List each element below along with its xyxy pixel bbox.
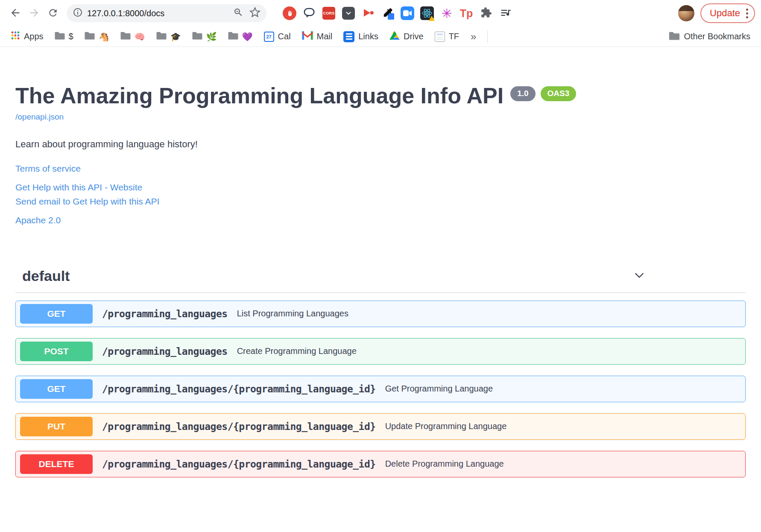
tp-letters: Tp	[460, 7, 473, 20]
bookmark-links[interactable]: Links	[340, 29, 382, 44]
folder-icon	[55, 31, 65, 42]
bookmarks-overflow-chevron[interactable]: »	[466, 31, 480, 43]
terms-block: Terms of service	[15, 164, 746, 174]
folder-icon	[669, 31, 680, 42]
update-button[interactable]: Update	[700, 3, 755, 23]
endpoint-row-get-list[interactable]: GET /programming_languages List Programm…	[15, 301, 746, 327]
adblock-extension-icon[interactable]	[281, 5, 298, 22]
bookmark-label: Apps	[24, 32, 44, 41]
bookmarks-bar: Apps $ 🐴 🧠 🎓 🌿 💜	[0, 26, 761, 47]
extensions-row: CORS	[281, 5, 675, 22]
tag-section-header[interactable]: default	[15, 266, 746, 293]
speech-bubble-icon	[303, 6, 316, 20]
flower-extension-icon[interactable]: ✳	[438, 5, 455, 22]
endpoint-summary: List Programming Languages	[237, 309, 348, 319]
media-queue-icon[interactable]	[497, 5, 514, 22]
eyedropper-extension-icon[interactable]	[379, 5, 396, 22]
red-arrow-icon	[362, 6, 375, 20]
endpoint-row-delete[interactable]: DELETE /programming_languages/{programmi…	[15, 451, 746, 477]
chevron-down-icon	[633, 277, 646, 283]
method-badge: PUT	[20, 417, 93, 436]
redirect-extension-icon[interactable]	[360, 5, 377, 22]
menu-kebab-icon[interactable]	[744, 7, 750, 20]
endpoint-row-post-create[interactable]: POST /programming_languages Create Progr…	[15, 338, 746, 365]
back-button[interactable]	[6, 4, 25, 23]
playlist-icon	[500, 7, 512, 20]
page-title: The Amazing Programming Language Info AP…	[15, 84, 503, 108]
forward-button[interactable]	[25, 4, 44, 23]
folder-icon	[85, 31, 95, 42]
bookmark-other-bookmarks[interactable]: Other Bookmarks	[665, 29, 754, 44]
folder-icon	[192, 31, 202, 42]
url-text[interactable]: 127.0.0.1:8000/docs	[87, 9, 233, 18]
api-description: Learn about programming language history…	[15, 139, 746, 150]
zoom-meeting-extension-icon[interactable]	[399, 5, 416, 22]
zoom-icon[interactable]	[233, 7, 243, 19]
method-badge: DELETE	[20, 454, 93, 474]
cors-extension-icon[interactable]: CORS	[320, 5, 337, 22]
flower-icon: ✳	[441, 6, 452, 21]
bookmark-folder-horse[interactable]: 🐴	[81, 29, 113, 44]
bookmark-drive[interactable]: Drive	[386, 29, 427, 44]
bookmark-folder-heart[interactable]: 💜	[224, 29, 257, 44]
reload-icon	[47, 7, 59, 20]
atom-icon	[420, 6, 434, 20]
bookmark-label: $	[69, 32, 73, 41]
back-arrow-icon	[9, 7, 21, 20]
react-devtools-extension-icon[interactable]	[419, 5, 436, 22]
bookmark-folder-grad[interactable]: 🎓	[152, 29, 185, 44]
drive-icon	[389, 31, 400, 42]
endpoint-path: /programming_languages/{programming_lang…	[102, 459, 376, 470]
video-camera-icon	[401, 6, 414, 20]
profile-avatar[interactable]	[678, 5, 694, 21]
bookmark-apps[interactable]: Apps	[7, 29, 47, 44]
endpoint-path: /programming_languages	[102, 346, 228, 357]
update-label: Update	[710, 8, 740, 19]
endpoint-path: /programming_languages	[102, 308, 228, 319]
reload-button[interactable]	[44, 4, 62, 23]
calendar-icon: 27	[264, 32, 274, 42]
version-badge: 1.0	[510, 86, 535, 101]
folder-icon	[120, 31, 131, 42]
browser-toolbar: 127.0.0.1:8000/docs CORS	[0, 0, 761, 26]
bookmark-folder-brain[interactable]: 🧠	[117, 29, 149, 44]
bookmark-tf[interactable]: TF	[431, 29, 463, 44]
bookmark-label: Links	[358, 32, 378, 41]
swagger-page: The Amazing Programming Language Info AP…	[0, 47, 761, 477]
eyedropper-icon	[382, 7, 394, 20]
collapse-section-button[interactable]	[630, 266, 648, 286]
gmail-icon	[302, 31, 313, 42]
endpoint-row-get-one[interactable]: GET /programming_languages/{programming_…	[15, 376, 746, 402]
folder-icon	[156, 31, 167, 42]
bookmark-calendar[interactable]: 27 Cal	[260, 29, 295, 44]
endpoint-row-put-update[interactable]: PUT /programming_languages/{programming_…	[15, 413, 746, 440]
bookmark-label: 🧠	[135, 32, 145, 42]
pocket-extension-icon[interactable]	[340, 5, 357, 22]
site-info-icon[interactable]	[73, 7, 83, 19]
bookmark-label: 💜	[242, 32, 253, 42]
bookmark-folder-herb[interactable]: 🌿	[188, 29, 221, 44]
bookmark-label: Drive	[404, 32, 424, 41]
bookmark-mail[interactable]: Mail	[298, 29, 337, 44]
bookmark-star-icon[interactable]	[249, 7, 260, 20]
api-badges: 1.0 OAS3	[510, 86, 576, 101]
address-bar[interactable]: 127.0.0.1:8000/docs	[67, 4, 266, 22]
stop-hand-icon	[283, 6, 296, 20]
terms-of-service-link[interactable]: Terms of service	[15, 164, 81, 173]
chevron-down-icon	[342, 7, 355, 20]
extensions-puzzle-icon[interactable]	[477, 5, 495, 22]
help-email-link[interactable]: Send email to Get Help with this API	[15, 196, 746, 208]
bookmark-label: Other Bookmarks	[684, 32, 750, 41]
help-links: Get Help with this API - Website Send em…	[15, 181, 746, 208]
tp-extension-icon[interactable]: Tp	[458, 5, 475, 22]
tag-section-title: default	[22, 268, 70, 284]
license-link[interactable]: Apache 2.0	[15, 215, 61, 225]
openapi-json-link[interactable]: /openapi.json	[15, 112, 64, 122]
bookmark-folder-dollar[interactable]: $	[51, 29, 77, 44]
help-website-link[interactable]: Get Help with this API - Website	[15, 181, 746, 193]
bookmark-label: 🌿	[206, 32, 217, 42]
endpoint-path: /programming_languages/{programming_lang…	[102, 383, 376, 395]
folder-icon	[228, 31, 238, 42]
bookmark-label: Mail	[317, 32, 333, 41]
chat-extension-icon[interactable]	[301, 5, 318, 22]
